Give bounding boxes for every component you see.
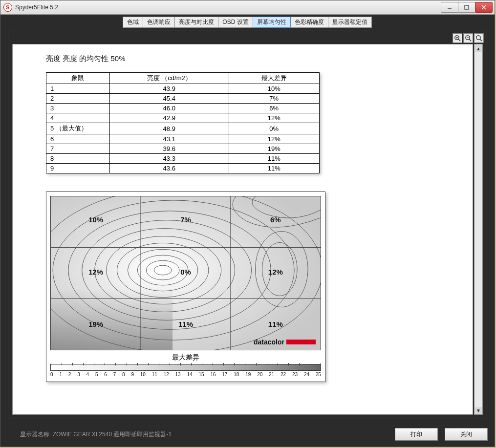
legend-title: 最大差异 — [50, 353, 321, 362]
tab-brightness-contrast[interactable]: 亮度与对比度 — [174, 17, 218, 28]
app-window: S Spyder5Elite 5.2 色域 色调响应 亮度与对比度 OSD 设置… — [0, 0, 495, 447]
cell-5-label: 0% — [171, 267, 200, 276]
brand-text: datacolor — [254, 338, 284, 346]
window-controls — [441, 2, 493, 13]
legend-labels: 0123456789101112131415161718192021222324… — [50, 372, 321, 377]
table-row: 143.910% — [46, 84, 320, 94]
tab-monitor-rating[interactable]: 显示器额定值 — [328, 17, 372, 28]
legend-gradient — [50, 364, 321, 371]
tab-osd-settings[interactable]: OSD 设置 — [218, 17, 253, 28]
close-button[interactable] — [475, 2, 493, 13]
svg-rect-14 — [51, 196, 173, 350]
svg-rect-1 — [465, 5, 469, 9]
table-row: 346.06% — [46, 104, 320, 113]
tab-gamut[interactable]: 色域 — [123, 17, 143, 28]
cell-3-label: 6% — [261, 215, 290, 224]
scroll-up-arrow-icon[interactable]: ▲ — [475, 45, 482, 52]
tab-screen-uniformity[interactable]: 屏幕均匀性 — [253, 17, 291, 28]
app-icon: S — [3, 3, 12, 12]
uniformity-table: 象限 亮度 （cd/m2） 最大差异 143.910%245.47%346.06… — [46, 72, 320, 173]
print-button[interactable]: 打印 — [395, 428, 438, 441]
th-maxdiff: 最大差异 — [229, 73, 319, 84]
th-luminance: 亮度 （cd/m2） — [109, 73, 229, 84]
report-page: 亮度 亮度 的均匀性 50% 象限 亮度 （cd/m2） 最大差异 143.91… — [12, 44, 473, 415]
brand-logo: datacolor — [254, 338, 316, 346]
tab-color-accuracy[interactable]: 色彩精确度 — [290, 17, 328, 28]
footer-monitor-name: ZOWIE GEAR XL2540 通用即插即用监视器-1 — [53, 430, 172, 439]
svg-line-9 — [469, 39, 471, 41]
close-footer-button[interactable]: 关闭 — [445, 428, 488, 441]
footer: 显示器名称: ZOWIE GEAR XL2540 通用即插即用监视器-1 打印 … — [0, 422, 495, 447]
cell-6-label: 12% — [261, 267, 290, 276]
minimize-button[interactable] — [441, 2, 458, 13]
th-quadrant: 象限 — [46, 73, 110, 84]
cell-4-label: 12% — [81, 267, 110, 276]
zoom-tools — [453, 33, 484, 43]
svg-point-11 — [476, 36, 480, 40]
uniformity-diagram: 10% 7% 6% 12% 0% 12% 19% 11% 11% datacol… — [46, 192, 325, 382]
table-row: 442.912% — [46, 113, 320, 123]
svg-line-5 — [458, 39, 460, 41]
uniformity-grid: 10% 7% 6% 12% 0% 12% 19% 11% 11% datacol… — [50, 196, 321, 350]
table-row: 843.311% — [46, 154, 320, 164]
tab-tone-response[interactable]: 色调响应 — [143, 17, 175, 28]
zoom-fit-icon[interactable] — [474, 33, 484, 43]
cell-7-label: 19% — [81, 320, 110, 328]
content-frame: ▲ ▼ 亮度 亮度 的均匀性 50% 象限 亮度 （cd/m2） 最大差异 14… — [8, 30, 487, 419]
tabstrip: 色域 色调响应 亮度与对比度 OSD 设置 屏幕均匀性 色彩精确度 显示器额定值 — [0, 15, 495, 28]
maximize-button[interactable] — [458, 2, 475, 13]
zoom-out-icon[interactable] — [463, 33, 473, 43]
table-header-row: 象限 亮度 （cd/m2） 最大差异 — [46, 73, 320, 84]
table-row: 643.112% — [46, 134, 320, 144]
table-row: 739.619% — [46, 144, 320, 154]
brand-bar-icon — [286, 340, 316, 344]
uniformity-table-wrap: 象限 亮度 （cd/m2） 最大差异 143.910%245.47%346.06… — [46, 72, 320, 173]
scroll-down-arrow-icon[interactable]: ▼ — [475, 407, 482, 414]
table-row: 943.611% — [46, 164, 320, 173]
page-title: 亮度 亮度 的均匀性 50% — [46, 54, 462, 64]
cell-1-label: 10% — [81, 215, 110, 224]
table-row: 245.47% — [46, 94, 320, 104]
window-title: Spyder5Elite 5.2 — [15, 4, 58, 11]
titlebar: S Spyder5Elite 5.2 — [0, 0, 495, 15]
legend-bar: 0123456789101112131415161718192021222324… — [50, 364, 321, 378]
footer-monitor-label: 显示器名称: — [20, 430, 51, 439]
cell-9-label: 11% — [261, 320, 290, 328]
svg-line-12 — [480, 39, 482, 41]
cell-2-label: 7% — [171, 215, 200, 224]
zoom-in-icon[interactable] — [453, 33, 462, 43]
cell-8-label: 11% — [171, 320, 200, 328]
vertical-scrollbar[interactable]: ▲ ▼ — [474, 44, 483, 415]
table-row: 5 （最大值）48.90% — [46, 123, 320, 134]
